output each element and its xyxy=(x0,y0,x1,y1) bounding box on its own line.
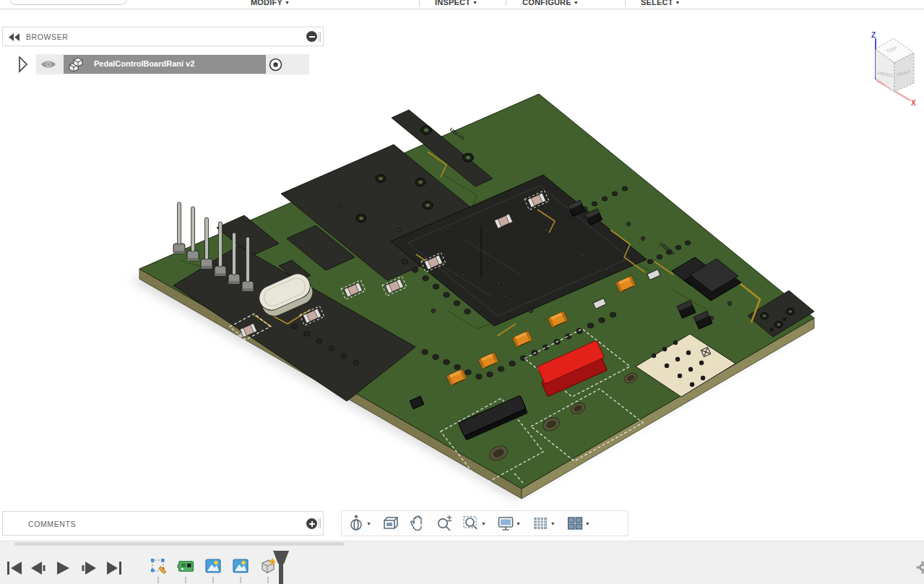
display-settings-icon[interactable] xyxy=(496,514,515,533)
caret-down-icon[interactable]: ▼ xyxy=(366,521,371,526)
pcb-model[interactable]: U$2-V1 U$2900 S2 xyxy=(139,94,814,499)
caret-down-icon[interactable]: ▼ xyxy=(481,521,486,526)
timeline-bar xyxy=(0,541,924,584)
timeline-settings-gear-icon[interactable] xyxy=(916,561,924,574)
viewports-icon[interactable] xyxy=(566,514,584,533)
component-icon xyxy=(66,56,85,74)
panel-resize-grip[interactable] xyxy=(319,518,321,528)
menu-modify[interactable]: MODIFY▼ xyxy=(251,0,290,7)
top-toolbar: MODIFY▼ INSPECT▼ CONFIGURE▼ SELECT▼ xyxy=(0,0,924,9)
browser-tree: PedalControlBoardRani v2 xyxy=(0,54,325,74)
3d-viewport[interactable]: U$2-V1 U$2900 S2 xyxy=(0,9,924,541)
z-axis-label: Z xyxy=(871,31,876,39)
timeline-tick xyxy=(212,577,214,583)
caret-down-icon[interactable]: ▼ xyxy=(550,521,556,526)
timeline-tick xyxy=(185,577,186,583)
menu-inspect[interactable]: INSPECT▼ xyxy=(435,0,478,7)
expand-node-icon[interactable] xyxy=(18,56,28,73)
add-comment-button[interactable] xyxy=(306,518,317,529)
timeline-tick xyxy=(240,577,241,583)
toolbar-tab-outline[interactable] xyxy=(9,0,127,5)
play-button[interactable] xyxy=(56,560,72,576)
pan-icon[interactable] xyxy=(408,514,427,533)
comments-panel-title: COMMENTS xyxy=(28,520,76,528)
menu-separator xyxy=(419,0,420,6)
caret-down-icon: ▼ xyxy=(472,0,478,5)
caret-down-icon: ▼ xyxy=(285,0,290,5)
grid-and-snaps-icon[interactable] xyxy=(531,514,550,533)
component-name-label[interactable]: PedalControlBoardRani v2 xyxy=(94,59,194,68)
panel-resize-grip[interactable] xyxy=(319,32,321,42)
browser-panel-title: BROWSER xyxy=(26,33,68,41)
go-to-end-button[interactable] xyxy=(106,560,122,576)
menu-separator xyxy=(506,0,506,6)
timeline-canvas-feature[interactable] xyxy=(204,557,223,575)
caret-down-icon[interactable]: ▼ xyxy=(585,521,590,526)
orbit-icon[interactable] xyxy=(347,514,366,533)
step-forward-button[interactable] xyxy=(81,560,97,576)
go-to-beginning-button[interactable] xyxy=(7,560,22,576)
menu-separator xyxy=(625,0,626,6)
browser-panel-header[interactable]: BROWSER xyxy=(2,27,324,46)
menu-select[interactable]: SELECT▼ xyxy=(641,0,681,7)
x-axis-label: X xyxy=(911,99,916,107)
caret-down-icon: ▼ xyxy=(574,0,579,5)
timeline-pcb-feature[interactable] xyxy=(176,557,195,575)
collapse-browser-button[interactable] xyxy=(306,31,317,42)
timeline-canvas-feature[interactable] xyxy=(231,557,250,575)
collapse-panel-icon[interactable] xyxy=(9,33,20,41)
look-at-icon[interactable] xyxy=(381,514,400,533)
caret-down-icon: ▼ xyxy=(675,0,681,5)
timeline-scrollbar-thumb[interactable] xyxy=(14,542,345,546)
caret-down-icon[interactable]: ▼ xyxy=(516,521,521,526)
fit-icon[interactable] xyxy=(462,514,480,533)
menu-configure[interactable]: CONFIGURE▼ xyxy=(522,0,579,7)
zoom-icon[interactable] xyxy=(435,514,454,533)
activate-component-radio[interactable] xyxy=(268,57,283,72)
timeline-tick xyxy=(267,577,269,583)
timeline-tick xyxy=(157,577,159,583)
view-cube[interactable]: Z X TOP FRONT RIGHT xyxy=(852,29,924,126)
fusion360-window: U$2-V1 U$2900 S2 Z X TOP FRONT RIGHT MOD… xyxy=(0,0,924,584)
comments-panel-header[interactable]: COMMENTS xyxy=(2,511,324,536)
visibility-eye-icon[interactable] xyxy=(40,59,57,70)
timeline-sketch-feature[interactable] xyxy=(149,557,168,575)
navigation-toolbar: ▼ ▼ xyxy=(341,510,629,536)
timeline-playhead[interactable] xyxy=(272,551,290,584)
step-back-button[interactable] xyxy=(30,560,46,576)
